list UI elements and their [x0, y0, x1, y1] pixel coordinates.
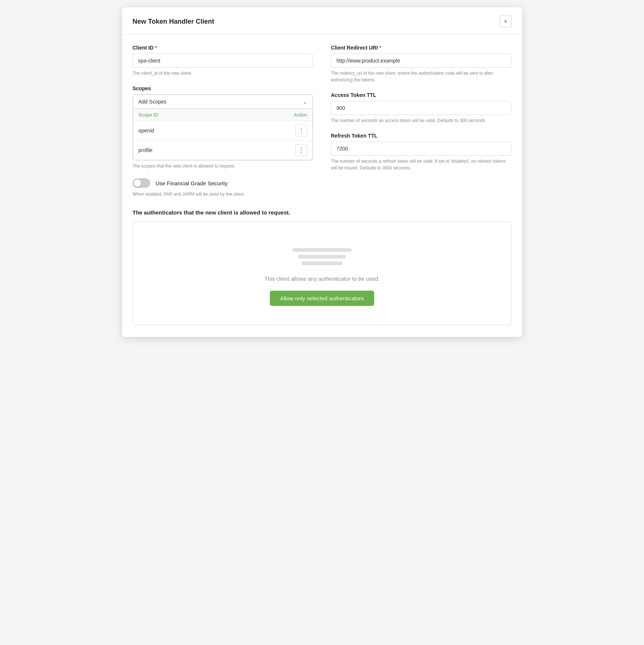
financial-grade-section: Use Financial Grade Security When enable… [133, 178, 313, 197]
authenticators-box: This client allows any authenticator to … [133, 222, 511, 325]
modal-body: Client ID * The client_id of the new cli… [122, 34, 522, 337]
required-star: * [155, 45, 157, 51]
action-column-header: Action [294, 112, 307, 118]
redirect-uri-hint: The redirect_uri of the new client, wher… [331, 70, 511, 83]
close-button[interactable]: × [500, 16, 511, 27]
scopes-hint: The scopes that the new client is allowe… [133, 163, 313, 169]
authenticators-section: The authenticators that the new client i… [133, 209, 511, 325]
scopes-table-header: Scope ID Action [133, 109, 312, 121]
loading-line [302, 261, 342, 265]
add-scopes-dropdown[interactable]: Add Scopes ⌄ [133, 95, 313, 109]
client-id-label: Client ID * [133, 45, 313, 51]
financial-grade-label: Use Financial Grade Security [155, 180, 228, 186]
scope-id-cell: openid [138, 128, 295, 134]
loading-lines [292, 248, 352, 265]
table-row: profile ⋮ [133, 140, 312, 160]
financial-grade-toggle[interactable] [133, 178, 150, 188]
loading-line [292, 248, 352, 252]
scope-action-button[interactable]: ⋮ [295, 125, 307, 136]
access-token-ttl-input[interactable] [331, 101, 511, 115]
redirect-uri-input[interactable] [331, 54, 511, 68]
scopes-table: Scope ID Action openid ⋮ profile [133, 109, 313, 160]
close-icon: × [504, 18, 507, 25]
redirect-uri-label: Client Redirect URI * [331, 45, 511, 51]
loading-line [298, 255, 346, 259]
scopes-section: Scopes Add Scopes ⌄ Scope ID Action [133, 85, 313, 169]
left-column: Client ID * The client_id of the new cli… [133, 45, 313, 206]
modal-title: New Token Handler Client [133, 18, 214, 26]
add-scopes-label: Add Scopes [138, 99, 167, 105]
scopes-dropdown-wrapper: Add Scopes ⌄ Scope ID Action openid [133, 94, 313, 161]
refresh-token-ttl-hint: The number of seconds a refresh token wi… [331, 158, 511, 171]
authenticators-description: The authenticators that the new client i… [133, 209, 511, 216]
refresh-token-ttl-label: Refresh Token TTL [331, 133, 511, 139]
refresh-token-ttl-input[interactable] [331, 142, 511, 156]
more-actions-icon: ⋮ [298, 147, 305, 153]
financial-grade-hint: When enabled, PAR and JARM will be used … [133, 191, 313, 197]
scope-id-cell: profile [138, 147, 295, 153]
scope-action-button[interactable]: ⋮ [295, 144, 307, 156]
table-row: openid ⋮ [133, 121, 312, 140]
right-column: Client Redirect URI * The redirect_uri o… [331, 45, 511, 206]
allow-selected-authenticators-button[interactable]: Allow only selected authenticators [270, 291, 374, 306]
scope-id-column-header: Scope ID [138, 112, 294, 118]
authenticators-empty-message: This client allows any authenticator to … [264, 276, 379, 282]
chevron-down-icon: ⌄ [303, 99, 307, 105]
access-token-ttl-hint: The number of seconds an access token wi… [331, 117, 511, 124]
required-star: * [379, 45, 381, 51]
access-token-ttl-label: Access Token TTL [331, 92, 511, 98]
toggle-knob [134, 179, 141, 187]
scopes-label: Scopes [133, 85, 313, 91]
more-actions-icon: ⋮ [298, 127, 305, 134]
modal: New Token Handler Client × Client ID * T… [122, 7, 522, 337]
client-id-hint: The client_id of the new client. [133, 70, 313, 77]
access-token-ttl-section: Access Token TTL The number of seconds a… [331, 92, 511, 124]
client-id-section: Client ID * The client_id of the new cli… [133, 45, 313, 77]
refresh-token-ttl-section: Refresh Token TTL The number of seconds … [331, 133, 511, 171]
modal-header: New Token Handler Client × [122, 7, 522, 34]
form-grid: Client ID * The client_id of the new cli… [133, 45, 511, 325]
redirect-uri-section: Client Redirect URI * The redirect_uri o… [331, 45, 511, 83]
client-id-input[interactable] [133, 54, 313, 68]
toggle-row: Use Financial Grade Security [133, 178, 313, 188]
